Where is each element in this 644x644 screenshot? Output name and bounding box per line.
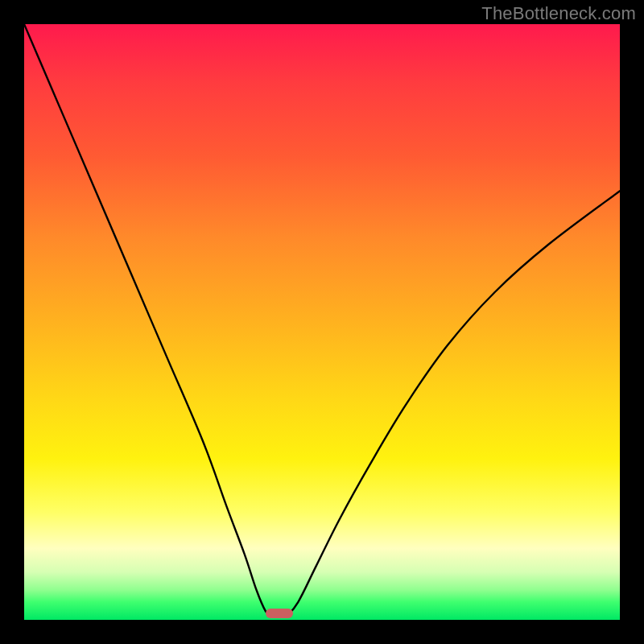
curve-layer [24, 24, 620, 620]
watermark-text: TheBottleneck.com [481, 3, 636, 24]
left-curve-path [24, 24, 271, 617]
chart-frame: TheBottleneck.com [0, 0, 644, 644]
right-curve-path [287, 191, 620, 617]
plot-area [24, 24, 620, 620]
bottleneck-marker [266, 609, 293, 618]
